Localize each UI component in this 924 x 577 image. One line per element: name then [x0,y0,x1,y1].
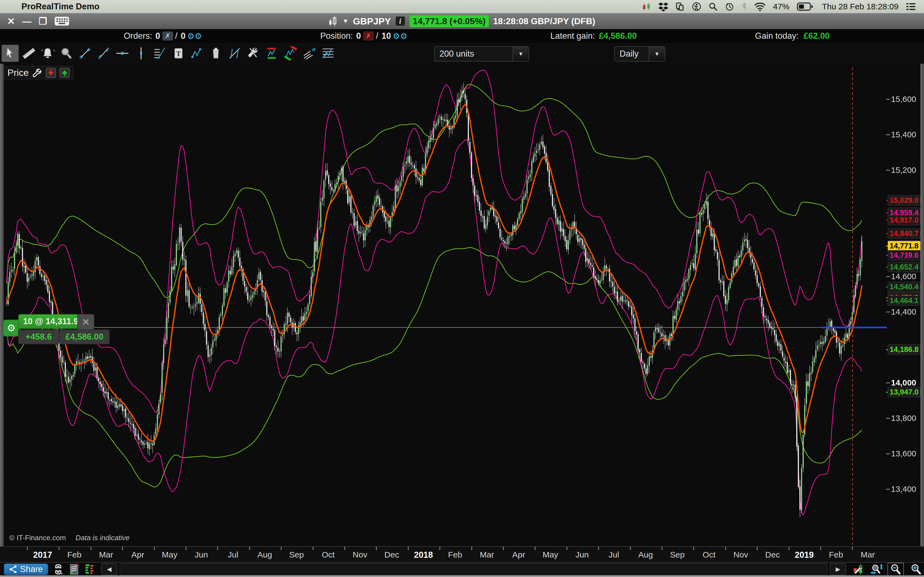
fibonacci-tool-icon[interactable] [151,45,168,62]
y-axis-tick-label: 15,400 [891,130,916,139]
chart-candles-icon[interactable] [642,2,651,11]
minimize-window-button[interactable]: — [22,16,32,27]
position-settings-icon[interactable]: ⚙⚙ [393,31,407,41]
wifi-icon[interactable] [754,2,766,11]
x-axis-tick [186,547,186,550]
position-money-gain-label: £4,586.00 [65,332,103,342]
sell-order-icon[interactable] [46,68,56,78]
price-panel-tab[interactable]: Price [4,66,73,79]
position-settings-gears[interactable]: ⚙ [3,319,20,337]
spotlight-icon[interactable] [708,2,718,11]
trash-tool-icon[interactable] [207,45,225,62]
price-settings-wrench-icon[interactable] [32,68,42,78]
zoom-fit-button[interactable] [871,564,883,575]
channel-tool-icon[interactable] [282,45,299,62]
dropbox-icon[interactable] [658,2,668,11]
alarm-tool-icon[interactable] [39,45,56,62]
cancel-orders-icon[interactable]: ✗ [163,32,173,40]
left-scrollbar[interactable] [0,64,3,546]
vertical-line-tool-icon[interactable] [132,45,150,62]
battery-icon [797,2,813,11]
indicator-price-tag: 14,719.6 [888,250,921,260]
instrument-info-icon[interactable]: i [395,16,405,26]
quote-info: 18:28:08 GBP/JPY (DFB) [493,16,595,26]
position-size-price-label: 10 @ 14,311.9 [23,316,78,326]
orders-label: Orders: [124,31,152,41]
y-axis-tick-label: 15,600 [891,95,916,104]
x-axis-label: Oct [703,550,716,559]
close-position-icon[interactable]: ✗ [363,32,374,40]
buy-order-icon[interactable] [60,68,70,78]
scroll-right-button[interactable]: ▶ [830,563,846,575]
y-axis-tick-label: 14,400 [891,307,916,316]
app-name[interactable]: ProRealTime Demo [21,2,100,11]
close-window-button[interactable]: ✕ [7,16,15,27]
trendline-tool-icon[interactable] [95,45,112,62]
timeframe-dropdown-caret[interactable]: ▼ [649,47,665,61]
orderbook-button[interactable] [85,564,94,575]
handoff-icon[interactable] [675,2,685,11]
x-axis-tick [27,547,28,550]
pattern-tool-icon[interactable] [320,45,337,62]
link-chart-button[interactable] [55,564,63,575]
position-size-price[interactable]: 10 @ 14,311.9 [18,314,83,329]
ruler-tool-icon[interactable] [20,45,37,62]
units-dropdown[interactable]: 200 units ▼ [434,46,529,61]
accessibility-icon[interactable] [692,2,701,11]
share-button[interactable]: Share [4,564,48,575]
indicator-price-tag: 14,652.4 [888,262,921,272]
y-axis-tick-label: 13,800 [891,414,916,423]
std-dev-tool-icon[interactable]: σ [301,45,318,62]
support-resistance-tool-icon[interactable] [263,45,281,62]
indicator-price-tag: 15,029.0 [888,195,921,205]
tools-tool-icon[interactable] [245,45,262,62]
units-dropdown-caret[interactable]: ▼ [513,47,528,61]
keyboard-icon[interactable] [54,16,69,27]
right-scrollbar[interactable] [921,64,924,546]
indicator-price-tag: 14,540.4 [888,282,921,292]
chart-settings-button[interactable] [853,564,864,575]
y-axis-tick-label: 13,400 [891,484,916,494]
price-chart-canvas[interactable] [0,64,887,546]
indicator-price-tag: 13,947.0 [888,387,921,397]
instrument-header: ▼ GBPJPY i 14,771.8 (+0.05%) 18:28:08 GB… [329,15,595,27]
x-axis-label: Dec [765,550,780,559]
scroll-left-button[interactable]: ◀ [101,563,118,575]
report-button[interactable] [70,564,78,575]
horizontal-line-tool-icon[interactable] [114,45,131,62]
y-axis-tick-dash [886,453,890,454]
x-axis-label: May [543,550,558,559]
timeframe-dropdown[interactable]: Daily ▼ [614,46,665,61]
units-dropdown-value: 200 units [435,49,513,59]
orders-value: 0 [155,31,160,41]
y-axis-tick-dash [886,134,890,135]
x-axis-tick [122,547,123,550]
position-close-button[interactable]: ✕ [77,314,94,330]
text-tool-icon[interactable]: T [170,45,187,62]
zigzag-tool-icon[interactable] [189,45,206,62]
segment-tool-icon[interactable] [76,45,94,62]
time-machine-icon[interactable] [725,2,734,11]
notification-list-icon[interactable] [906,2,916,11]
menu-bar-clock[interactable]: Thu 28 Feb 18:28:09 [822,2,899,11]
orders-settings-icon[interactable]: ⚙⚙ [187,31,202,41]
y-axis-tick-dash [886,99,890,100]
bluetooth-icon[interactable] [741,2,747,11]
x-axis[interactable]: 2017FebMarAprMayJunJulAugSepOctNovDec201… [0,546,924,563]
x-axis-tick [567,547,567,550]
drawing-toolbar: Tσ 200 units ▼ Daily ▼ ▼ ◀ [0,43,924,64]
pointer-tool-icon[interactable] [2,45,19,62]
instrument-symbol[interactable]: GBPJPY [353,16,391,27]
x-axis-tick [439,547,440,550]
restore-window-button[interactable]: ❐ [39,16,47,27]
zoom-out-button[interactable] [887,563,904,576]
x-axis-label: Jun [195,550,208,559]
zoom-tool-icon[interactable] [58,45,75,62]
instrument-dropdown-caret[interactable]: ▼ [342,18,349,25]
share-button-label: Share [20,564,43,574]
zoom-in-button[interactable] [911,564,922,575]
delete-line-tool-icon[interactable] [226,45,243,62]
x-axis-label: Feb [67,550,82,559]
x-axis-label: May [162,550,178,559]
horizontal-scrollbar[interactable] [120,563,827,575]
